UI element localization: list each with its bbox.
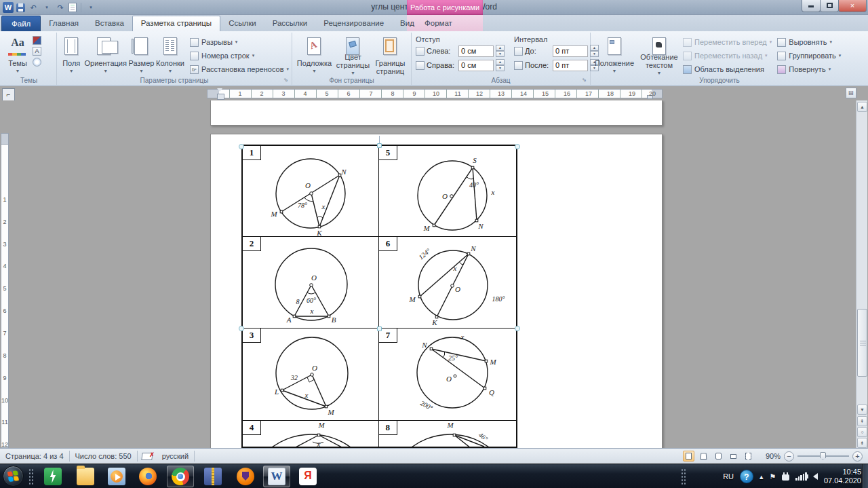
- web-layout-view-button[interactable]: [713, 451, 724, 462]
- selection-handle-top-left[interactable]: [239, 144, 244, 149]
- taskbar-word[interactable]: [263, 466, 290, 487]
- next-page-button[interactable]: ⇟: [857, 438, 867, 448]
- tab-mailings[interactable]: Рассылки: [264, 16, 316, 31]
- page-color-button[interactable]: Цвет страницы▼: [334, 34, 372, 77]
- diagram-cell-6[interactable]: 6 N M K O: [379, 237, 516, 329]
- indent-right-input[interactable]: [458, 60, 494, 71]
- taskbar-yandex-browser[interactable]: [294, 466, 321, 487]
- selection-handle-bottom-center[interactable]: [377, 326, 382, 331]
- close-button[interactable]: ×: [838, 0, 867, 12]
- theme-fonts-icon[interactable]: A: [33, 47, 41, 56]
- diagram-cell-3[interactable]: 3 O L M 32: [243, 329, 379, 421]
- selection-handle-top-right[interactable]: [515, 144, 520, 149]
- tab-stop-selector[interactable]: ⌐: [2, 88, 15, 101]
- indent-left-spinner[interactable]: ▲▼: [496, 45, 505, 57]
- themes-button[interactable]: Aa Темы ▼: [3, 34, 33, 77]
- paragraph-dialog-launcher[interactable]: ⇘: [582, 77, 589, 83]
- hidden-icons-arrow[interactable]: ▴: [760, 472, 764, 481]
- scroll-up-button[interactable]: ▲: [857, 102, 867, 112]
- taskbar-archiver-app[interactable]: [199, 466, 226, 487]
- diagram-cell-2[interactable]: 2 O A B 60°: [243, 237, 379, 329]
- size-button[interactable]: Размер▼: [128, 34, 155, 77]
- align-button[interactable]: Выровнять▾: [777, 36, 841, 48]
- hyphenation-button[interactable]: bᶜРасстановка переносов▾: [190, 63, 289, 75]
- page-indicator[interactable]: Страница: 4 из 4: [0, 452, 69, 460]
- outline-view-button[interactable]: [728, 451, 739, 462]
- tab-review[interactable]: Рецензирование: [315, 16, 392, 31]
- diagram-cell-5[interactable]: 5 S O M N: [379, 146, 516, 237]
- theme-effects-icon[interactable]: [33, 58, 41, 67]
- zoom-level[interactable]: 90%: [757, 452, 781, 460]
- scroll-down-button[interactable]: ▼: [857, 405, 867, 415]
- language-indicator[interactable]: русский: [157, 452, 194, 460]
- help-tray-icon[interactable]: ?: [740, 470, 753, 483]
- zoom-slider-thumb[interactable]: [820, 452, 826, 460]
- diagram-table[interactable]: 1 O M: [241, 145, 517, 448]
- draft-view-button[interactable]: [743, 451, 754, 462]
- zoom-out-button[interactable]: −: [784, 451, 794, 462]
- selection-handle-top-center[interactable]: [377, 143, 382, 148]
- diagram-cell-8[interactable]: 8 M 46°: [379, 421, 516, 447]
- selection-pane-button[interactable]: Область выделения: [683, 63, 772, 75]
- page-setup-dialog-launcher[interactable]: ⇘: [283, 77, 290, 83]
- word-count[interactable]: Число слов: 550: [70, 452, 137, 460]
- selection-handle-bottom-right[interactable]: [515, 326, 520, 331]
- group-button[interactable]: Группировать▾: [777, 50, 841, 62]
- columns-button[interactable]: Колонки▼: [156, 34, 184, 77]
- tab-home[interactable]: Главная: [41, 16, 87, 31]
- indent-left-input[interactable]: [458, 45, 494, 57]
- diagram-cell-1[interactable]: 1 O M: [243, 146, 379, 237]
- clock[interactable]: 10:45 07.04.2020: [824, 468, 861, 485]
- previous-page-button[interactable]: ⇞: [857, 416, 867, 426]
- taskbar-explorer[interactable]: [72, 466, 99, 487]
- vertical-ruler[interactable]: 1 2 3 4 5 6 7 8 9 10 11 12 13: [1, 133, 9, 448]
- diagram-cell-4[interactable]: 4 M x: [243, 421, 379, 447]
- tab-page-layout[interactable]: Разметка страницы: [132, 16, 220, 31]
- ruler-toggle-button[interactable]: ▤: [846, 88, 856, 98]
- browse-object-button[interactable]: ○: [857, 427, 867, 437]
- show-desktop-button[interactable]: [862, 464, 868, 488]
- indent-right-spinner[interactable]: ▲▼: [496, 59, 505, 71]
- wrap-text-button[interactable]: Обтекание текстом▼: [638, 34, 680, 77]
- print-layout-view-button[interactable]: [683, 451, 694, 462]
- spacing-after-input[interactable]: [553, 60, 588, 71]
- taskbar-firefox[interactable]: [134, 466, 161, 487]
- ruler-number: 8: [1, 352, 8, 359]
- breaks-button[interactable]: Разрывы▾: [190, 36, 289, 48]
- tab-references[interactable]: Ссылки: [220, 16, 264, 31]
- taskbar-antivirus-app[interactable]: [232, 466, 259, 487]
- maximize-button[interactable]: [820, 0, 839, 12]
- taskbar-media-player[interactable]: [103, 466, 130, 487]
- margins-button[interactable]: Поля▼: [60, 34, 83, 77]
- theme-colors-icon[interactable]: [33, 36, 41, 45]
- tab-format[interactable]: Формат: [416, 16, 460, 31]
- watermark-button[interactable]: A Подложка▼: [295, 34, 334, 77]
- ruler-number: 18: [607, 90, 614, 97]
- scrollbar-thumb[interactable]: [857, 309, 867, 377]
- spacing-before-input[interactable]: [553, 45, 588, 57]
- action-center-flag-icon[interactable]: ⚑: [770, 472, 776, 481]
- start-button[interactable]: [3, 466, 24, 487]
- zoom-slider[interactable]: [797, 455, 849, 457]
- position-button[interactable]: Положение▼: [593, 34, 635, 77]
- taskbar-chrome[interactable]: [167, 466, 194, 487]
- tab-file[interactable]: Файл: [1, 16, 41, 31]
- tab-insert[interactable]: Вставка: [87, 16, 132, 31]
- language-switcher[interactable]: RU: [723, 472, 734, 481]
- vertical-scrollbar[interactable]: ▲ ▼ ⇞ ○ ⇟: [856, 100, 867, 448]
- power-icon[interactable]: [782, 474, 789, 481]
- taskbar-green-lightning-app[interactable]: [39, 466, 66, 487]
- orientation-button[interactable]: Ориентация▼: [85, 34, 127, 77]
- indent-markers[interactable]: [217, 88, 223, 100]
- diagram-cell-7[interactable]: 7 N M Q O: [379, 329, 516, 421]
- selection-handle-bottom-left[interactable]: [239, 326, 244, 331]
- volume-icon[interactable]: [813, 473, 818, 480]
- page-borders-button[interactable]: Границы страниц: [372, 34, 408, 77]
- line-numbers-button[interactable]: Номера строк▾: [190, 50, 289, 62]
- minimize-button[interactable]: [802, 0, 821, 12]
- proofing-errors-icon[interactable]: [142, 452, 153, 460]
- reading-view-button[interactable]: [698, 451, 709, 462]
- zoom-in-button[interactable]: +: [852, 451, 863, 462]
- horizontal-ruler[interactable]: 1 2 3 4 5 6 7 8 9 10 11 12 13 14 15 16 1…: [207, 89, 663, 98]
- rotate-button[interactable]: Повернуть▾: [777, 63, 841, 75]
